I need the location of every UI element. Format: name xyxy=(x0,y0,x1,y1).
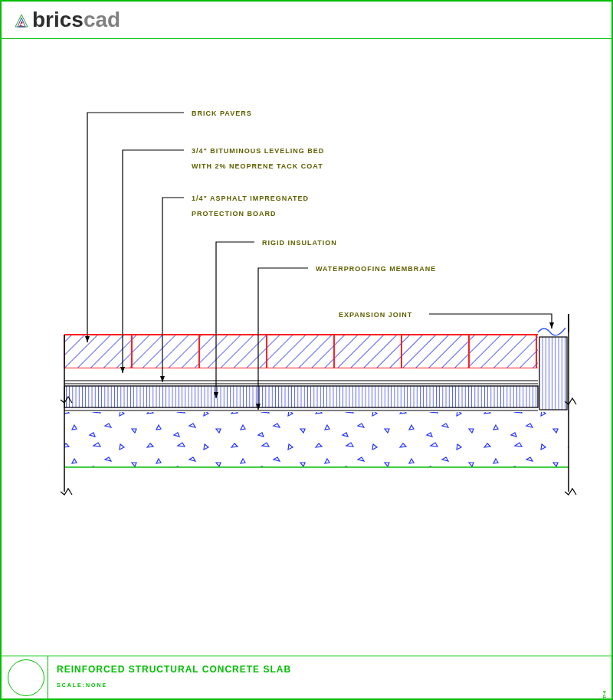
svg-rect-22 xyxy=(64,412,569,467)
svg-rect-16 xyxy=(64,368,538,375)
label-brick-pavers: BRICK PAVERS xyxy=(192,106,252,121)
titleblock-divider xyxy=(48,656,48,698)
detail-code: TN-WP-4 xyxy=(602,691,607,700)
detail-marker-circle xyxy=(8,659,44,696)
svg-rect-27 xyxy=(539,337,567,410)
svg-rect-19 xyxy=(64,386,538,407)
title-block: REINFORCED STRUCTURAL CONCRETE SLAB SCAL… xyxy=(2,656,611,698)
svg-rect-5 xyxy=(64,335,538,368)
app-frame: bricscad xyxy=(0,0,613,700)
detail-scale: SCALE:NONE xyxy=(57,682,107,688)
detail-title: REINFORCED STRUCTURAL CONCRETE SLAB xyxy=(57,664,291,675)
label-rigid-insulation: RIGID INSULATION xyxy=(262,235,337,250)
label-bituminous-1: 3/4" BITUMINOUS LEVELING BED xyxy=(192,143,324,159)
label-expansion-joint: EXPANSION JOINT xyxy=(339,307,412,322)
section-drawing xyxy=(2,2,613,700)
label-bituminous-2: WITH 2% NEOPRENE TACK COAT xyxy=(192,159,323,174)
label-asphalt-1: 1/4" ASPHALT IMPREGNATED xyxy=(192,191,309,206)
label-asphalt-2: PROTECTION BOARD xyxy=(192,206,277,221)
label-waterproofing: WATERPROOFING MEMBRANE xyxy=(316,261,436,276)
